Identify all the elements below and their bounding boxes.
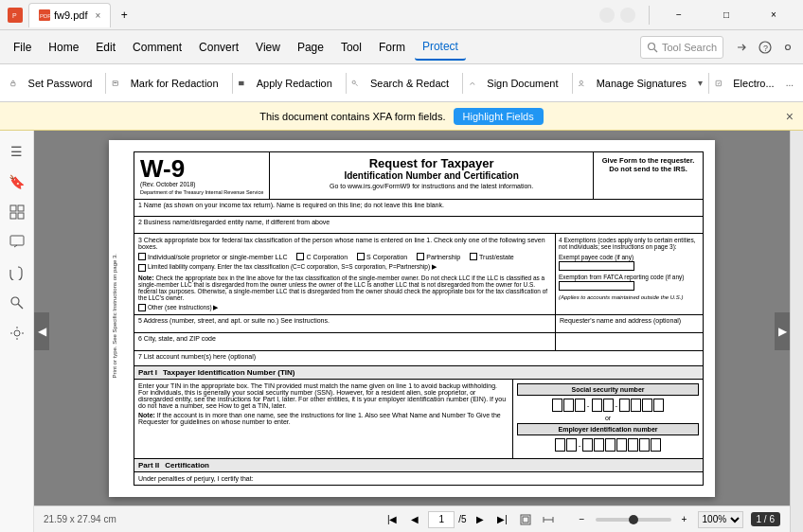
page-nav-right[interactable]: ▶: [775, 312, 790, 350]
ein-d7[interactable]: [628, 438, 638, 452]
sidebar-menu-icon[interactable]: ☰: [4, 138, 30, 165]
checkbox-row: Individual/sole proprietor or single-mem…: [138, 253, 551, 260]
form-subtitle: Identification Number and Certification: [277, 170, 585, 181]
ssn-d9[interactable]: [653, 399, 664, 412]
sign-document-btn[interactable]: Sign Document: [479, 70, 565, 97]
ribbon-page[interactable]: Page: [290, 34, 331, 61]
ribbon-comment[interactable]: Comment: [125, 34, 189, 61]
cb-scorp: S Corporation: [357, 253, 407, 260]
ein-d3[interactable]: [582, 438, 593, 452]
cb-ccorp-box[interactable]: [296, 253, 304, 260]
next-page-btn[interactable]: ▶: [471, 510, 490, 529]
apply-redaction-btn[interactable]: Apply Redaction: [249, 70, 340, 97]
cb-scorp-box[interactable]: [357, 253, 365, 260]
electronic-btn[interactable]: Electro...: [725, 70, 781, 97]
mark-redaction-btn[interactable]: Mark for Redaction: [123, 70, 226, 97]
ribbon-form[interactable]: Form: [371, 34, 413, 61]
form-title-block: Request for Taxpayer Identification Numb…: [270, 152, 594, 199]
sidebar-tool-icon[interactable]: [4, 320, 30, 346]
manage-sig-dropdown[interactable]: ▾: [698, 78, 703, 88]
zoom-select[interactable]: 100% 75% 125% 150%: [698, 511, 743, 528]
ribbon-home[interactable]: Home: [41, 34, 86, 61]
ssn-d1[interactable]: [552, 399, 562, 412]
svg-text:P: P: [12, 12, 17, 19]
ribbon-tool[interactable]: Tool: [333, 34, 369, 61]
ribbon-file[interactable]: File: [6, 34, 39, 61]
ein-d4[interactable]: [594, 438, 604, 452]
llc-label: Limited liability company. Enter the tax…: [148, 263, 437, 271]
sidebar-bookmark-icon[interactable]: 🔖: [4, 168, 30, 195]
ssn-d6[interactable]: [619, 399, 630, 412]
sidebar-attach-icon[interactable]: [4, 259, 30, 286]
svg-point-6: [648, 43, 654, 49]
page-count-badge: 1 / 6: [751, 512, 780, 526]
zoom-in-btn[interactable]: +: [675, 510, 694, 529]
cb-llc-box[interactable]: [138, 264, 146, 272]
ein-d5[interactable]: [605, 438, 616, 452]
manage-signatures-btn[interactable]: Manage Signatures: [589, 70, 694, 97]
ssn-d8[interactable]: [642, 399, 652, 412]
ribbon-convert[interactable]: Convert: [191, 34, 246, 61]
set-password-icon: [9, 77, 17, 90]
close-btn[interactable]: ×: [752, 0, 795, 30]
ssn-d5[interactable]: [603, 399, 614, 412]
svg-line-16: [356, 83, 358, 85]
document-area[interactable]: ◀ ▶ Print or type. See Specific Instruct…: [34, 131, 790, 532]
ein-d1[interactable]: [555, 438, 565, 452]
sidebar-thumbnail-icon[interactable]: [4, 199, 30, 225]
maximize-btn[interactable]: □: [705, 0, 748, 30]
active-tab[interactable]: PDF fw9.pdf ×: [28, 3, 111, 27]
share-btn[interactable]: [733, 38, 752, 57]
ein-dash: -: [579, 441, 581, 450]
cb-trust-box[interactable]: [470, 253, 477, 260]
fatca-field[interactable]: [559, 281, 634, 291]
toolbar-sep6: [708, 73, 709, 94]
sidebar-search-icon[interactable]: [4, 290, 30, 316]
ein-d8[interactable]: [639, 438, 650, 452]
cb-sole: Individual/sole proprietor or single-mem…: [138, 253, 287, 260]
set-password-btn[interactable]: Set Password: [21, 70, 100, 97]
fit-width-btn[interactable]: [539, 510, 558, 529]
cb-partner-box[interactable]: [417, 253, 424, 260]
tab-close-btn[interactable]: ×: [95, 10, 100, 21]
toolbar-sep5: [572, 73, 573, 94]
ribbon-protect[interactable]: Protect: [415, 34, 466, 61]
ssn-d7[interactable]: [631, 399, 641, 412]
ein-d2[interactable]: [566, 438, 577, 452]
ein-d9[interactable]: [651, 438, 661, 452]
page-size-info: 21.59 x 27.94 cm: [44, 514, 116, 524]
first-page-btn[interactable]: |◀: [383, 510, 402, 529]
ein-label: Employer identification number: [517, 423, 699, 435]
svg-rect-19: [10, 205, 16, 211]
search-redact-btn[interactable]: Search & Redact: [363, 70, 456, 97]
highlight-fields-btn[interactable]: Highlight Fields: [454, 108, 544, 125]
cb-other-box[interactable]: [138, 304, 146, 311]
settings-btn[interactable]: [778, 38, 797, 57]
ssn-d2[interactable]: [563, 399, 574, 412]
help-btn[interactable]: ?: [756, 38, 775, 57]
ein-d6[interactable]: [616, 438, 627, 452]
fit-page-btn[interactable]: [516, 510, 535, 529]
ssn-d3[interactable]: [575, 399, 585, 412]
svg-line-25: [18, 304, 23, 309]
zoom-slider[interactable]: [596, 518, 671, 522]
ribbon-view[interactable]: View: [248, 34, 288, 61]
zoom-out-btn[interactable]: −: [573, 510, 592, 529]
cb-sole-box[interactable]: [138, 253, 146, 260]
zoom-controls: − + 100% 75% 125% 150%: [573, 510, 743, 529]
right-scrollbar[interactable]: [790, 131, 803, 532]
prev-page-btn[interactable]: ◀: [405, 510, 424, 529]
last-page-btn[interactable]: ▶|: [493, 510, 512, 529]
page-nav-left[interactable]: ◀: [34, 312, 49, 350]
new-tab-btn[interactable]: +: [113, 4, 135, 27]
zoom-thumb: [629, 515, 638, 524]
tool-search-box[interactable]: Tool Search: [640, 36, 723, 59]
sidebar-comment-icon[interactable]: [4, 229, 30, 256]
ribbon-edit[interactable]: Edit: [88, 34, 123, 61]
ssn-d4[interactable]: [592, 399, 602, 412]
form-number: W-9: [140, 156, 263, 181]
page-number-input[interactable]: [428, 511, 455, 528]
minimize-btn[interactable]: −: [657, 0, 701, 30]
exempt-payee-field[interactable]: [559, 261, 634, 271]
notification-close-btn[interactable]: ×: [786, 109, 794, 124]
